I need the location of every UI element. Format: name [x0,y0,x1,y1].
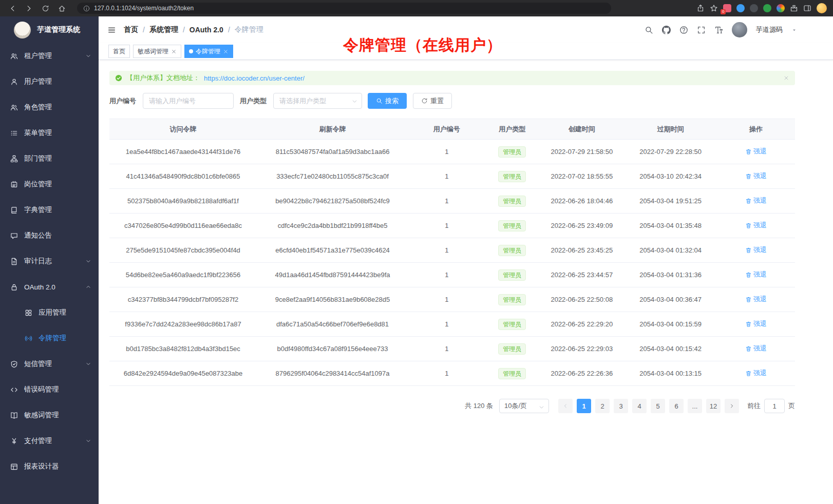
column-header: 用户类型 [485,119,539,140]
force-logout-button[interactable]: 强退 [745,147,767,156]
breadcrumb-item[interactable]: 系统管理 [149,25,178,34]
force-logout-button[interactable]: 强退 [745,369,767,378]
cell-access-token: 54d6be82ee5a460a9aedc1f9bf223656 [109,263,257,287]
doc-icon [10,258,18,265]
pagination-prev-button[interactable] [558,399,573,413]
sidebar-item-sms[interactable]: 短信管理 [0,351,99,377]
force-logout-button[interactable]: 强退 [745,221,767,230]
column-header: 创建时间 [539,119,624,140]
cell-access-token: c342377bf8b344799dcbf7bf095287f2 [109,287,257,312]
view-tab[interactable]: 令牌管理 [184,45,233,58]
force-logout-button[interactable]: 强退 [745,171,767,181]
column-header: 操作 [717,119,795,140]
cell-access-token: b0d1785bc3a8482f812db4a3f3bd15ec [109,337,257,361]
pagination-page-button[interactable]: 12 [706,399,721,413]
cell-expire-time: 2054-03-04 01:31:36 [624,263,717,287]
table-body: 1ea5e44f8bc1467aaede43144f31de76811c5304… [109,140,795,386]
site-info-icon[interactable] [83,5,90,12]
url-bar[interactable]: 127.0.0.1:1024/system/oauth2/token [77,3,611,14]
layout-icon [10,463,18,471]
side-panel-icon[interactable] [803,4,811,12]
home-button[interactable] [55,2,68,14]
sidebar-item-oauth2[interactable]: OAuth 2.0 [0,274,99,300]
pagination-page-button[interactable]: 3 [614,399,628,413]
pagination-more-button[interactable]: ... [688,399,702,413]
goto-page-input[interactable] [764,399,785,413]
sidebar-item-post[interactable]: 岗位管理 [0,171,99,197]
page-size-select[interactable]: 10条/页 [499,399,549,413]
user-type-select[interactable]: 请选择用户类型 [273,93,362,109]
reload-button[interactable] [39,2,51,14]
pagination-page-button[interactable]: 1 [577,399,591,413]
user-id-input[interactable] [143,93,234,109]
force-logout-button[interactable]: 强退 [745,196,767,205]
sidebar-item-error-code[interactable]: 错误码管理 [0,377,99,402]
sidebar-item-label: 敏感词管理 [24,411,91,420]
sidebar-item-sensitive-word[interactable]: 敏感词管理 [0,402,99,428]
pagination-page-button[interactable]: 5 [651,399,665,413]
sidebar-item-role[interactable]: 角色管理 [0,94,99,120]
force-logout-button[interactable]: 强退 [745,245,767,255]
sidebar-item-oauth2-token[interactable]: 令牌管理 [0,325,99,351]
sidebar-toggle-button[interactable] [107,26,116,34]
back-button[interactable] [6,2,18,14]
sidebar-item-menu[interactable]: 菜单管理 [0,120,99,146]
app-logo[interactable]: 芋道管理系统 [0,16,99,43]
bookmark-star-icon[interactable] [710,4,718,12]
cell-refresh-token: 811c530487574fa0af1a59d3abc1aa66 [257,140,408,164]
username-label[interactable]: 芋道源码 [756,25,783,34]
extension-dark-icon[interactable] [750,4,758,12]
search-button[interactable]: 搜索 [368,93,407,109]
sidebar-item-pay[interactable]: 支付管理 [0,428,99,454]
help-icon[interactable] [679,26,688,34]
shield-icon [10,360,18,368]
github-icon[interactable] [662,26,671,34]
pagination-page-button[interactable]: 6 [669,399,684,413]
cell-actions: 强退 [717,337,795,361]
pagination-page-button[interactable]: 2 [595,399,610,413]
fullscreen-icon[interactable] [697,26,706,34]
sidebar-item-report-designer[interactable]: 报表设计器 [0,454,99,479]
forward-button[interactable] [23,2,35,14]
breadcrumb-item[interactable]: OAuth 2.0 [190,26,223,34]
browser-profile-avatar[interactable] [817,3,827,13]
close-icon[interactable] [223,49,229,54]
pagination-page-button[interactable]: 4 [632,399,647,413]
close-icon[interactable] [171,49,177,54]
sidebar-item-dict[interactable]: 字典管理 [0,197,99,223]
view-tab[interactable]: 敏感词管理 [133,45,181,58]
alert-close-icon[interactable] [783,75,789,81]
search-icon[interactable] [645,26,653,34]
user-avatar[interactable] [732,22,747,37]
sidebar-item-notice[interactable]: 通知公告 [0,223,99,248]
force-logout-button[interactable]: 强退 [745,319,767,328]
sidebar-item-user[interactable]: 用户管理 [0,69,99,94]
force-logout-button[interactable]: 强退 [745,295,767,304]
sidebar-item-tenant[interactable]: 租户管理 [0,43,99,69]
page-size-value: 10条/页 [504,401,527,411]
sidebar-item-audit-log[interactable]: 审计日志 [0,248,99,274]
font-size-icon[interactable] [714,26,723,34]
extensions-puzzle-icon[interactable] [790,4,798,12]
sidebar-item-oauth2-app[interactable]: 应用管理 [0,300,99,325]
doc-link[interactable]: https://doc.iocoder.cn/user-center/ [204,74,305,82]
force-logout-button[interactable]: 强退 [745,344,767,353]
extension-pink-icon[interactable]: 0 [723,4,731,12]
share-icon[interactable] [696,4,705,12]
app-window: 芋道管理系统 租户管理用户管理角色管理菜单管理部门管理岗位管理字典管理通知公告审… [0,16,833,504]
cell-refresh-token: e6cfd40eb1f54571a31e775e039c4624 [257,238,408,263]
column-header: 访问令牌 [109,119,257,140]
caret-down-icon[interactable] [791,27,797,33]
pagination-next-button[interactable] [725,399,739,413]
view-tab[interactable]: 首页 [108,45,130,58]
breadcrumb-separator: / [228,26,230,34]
extension-blue-icon[interactable] [736,4,745,12]
sidebar-item-dept[interactable]: 部门管理 [0,146,99,171]
cell-expire-time: 2054-03-04 00:36:47 [624,287,717,312]
user-type-select-placeholder: 请选择用户类型 [279,96,326,106]
breadcrumb-item[interactable]: 首页 [124,25,138,34]
extension-rainbow-icon[interactable] [777,4,785,12]
force-logout-button[interactable]: 强退 [745,270,767,279]
extension-green-icon[interactable] [763,4,771,12]
reset-button[interactable]: 重置 [413,93,452,109]
